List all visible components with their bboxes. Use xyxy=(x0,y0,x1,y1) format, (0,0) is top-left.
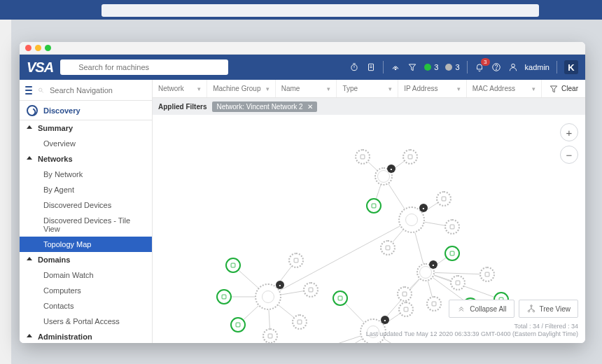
topology-hub[interactable]: • xyxy=(374,167,393,186)
menu-icon[interactable] xyxy=(25,86,32,94)
collapse-all-button[interactable]: Collapse All xyxy=(449,300,514,318)
nav-item[interactable]: By Network xyxy=(20,167,152,182)
nav-item[interactable]: Domain Watch xyxy=(20,267,152,283)
nav-item[interactable]: Discovered Devices - Tile View xyxy=(20,213,152,237)
nav-section[interactable]: Administration xyxy=(20,329,152,343)
topology-hub[interactable]: • xyxy=(255,284,281,310)
topology-node[interactable] xyxy=(444,246,460,261)
sidebar: Discovery SummaryOverviewNetworksBy Netw… xyxy=(20,80,153,343)
svg-rect-65 xyxy=(456,281,460,285)
topology-node[interactable] xyxy=(230,317,246,332)
topology-hub[interactable]: • xyxy=(398,206,425,233)
sidebar-search-input[interactable] xyxy=(50,86,146,94)
svg-rect-62 xyxy=(404,307,408,312)
svg-rect-50 xyxy=(231,263,235,267)
topology-node[interactable] xyxy=(332,290,348,306)
maximize-dot[interactable] xyxy=(45,45,51,51)
applied-filters-label: Applied Filters xyxy=(158,103,206,111)
nav-item[interactable]: Contacts xyxy=(20,298,152,314)
collapse-icon xyxy=(456,304,466,314)
brand-badge[interactable]: K xyxy=(564,60,578,74)
global-search-input[interactable] xyxy=(78,63,224,71)
svg-rect-47 xyxy=(442,197,446,201)
global-search[interactable] xyxy=(60,59,228,75)
topology-node[interactable] xyxy=(444,219,460,234)
nav-item[interactable]: By Agent xyxy=(20,182,152,197)
tree-view-button[interactable]: Tree View xyxy=(519,300,578,318)
topology-node[interactable] xyxy=(398,302,414,317)
nav-section[interactable]: Domains xyxy=(20,252,152,267)
sidebar-nav: SummaryOverviewNetworksBy NetworkBy Agen… xyxy=(20,120,152,343)
nav-section[interactable]: Networks xyxy=(20,151,152,167)
app-header: VSA 3 3 3 kadmin K xyxy=(20,55,585,80)
filter-column[interactable]: IP Address▾ xyxy=(398,80,467,97)
signal-icon[interactable] xyxy=(391,62,400,72)
topology-hub[interactable]: • xyxy=(416,263,435,281)
topology-node[interactable] xyxy=(288,253,304,268)
svg-rect-45 xyxy=(408,155,412,159)
topology-node[interactable] xyxy=(479,267,495,282)
topology-canvas[interactable]: ••••• + − Collapse All Tree View xyxy=(153,115,585,343)
notifications-icon[interactable]: 3 xyxy=(475,62,484,72)
nav-item[interactable]: Discovered Devices xyxy=(20,197,152,213)
svg-rect-68 xyxy=(485,272,489,276)
close-dot[interactable] xyxy=(25,45,31,51)
nav-item[interactable]: Topology Map xyxy=(20,237,152,252)
canvas-footer: Total : 34 / Filtered : 34 Last updated … xyxy=(366,323,578,339)
topology-node[interactable] xyxy=(402,149,418,164)
topology-node[interactable] xyxy=(225,258,241,273)
help-icon[interactable] xyxy=(491,62,501,72)
svg-rect-56 xyxy=(222,295,226,299)
topology-node[interactable] xyxy=(436,191,451,206)
user-name[interactable]: kadmin xyxy=(525,63,550,71)
svg-rect-46 xyxy=(372,204,376,208)
filter-bar: Network▾Machine Group▾Name▾Type▾IP Addre… xyxy=(153,80,585,98)
status-offline[interactable]: 3 xyxy=(445,63,459,71)
svg-rect-44 xyxy=(360,155,365,159)
topology-node[interactable] xyxy=(450,275,465,290)
topology-node[interactable] xyxy=(216,289,232,304)
svg-point-0 xyxy=(66,64,71,69)
topology-node[interactable] xyxy=(366,198,382,214)
filter-column[interactable]: Type▾ xyxy=(337,80,398,97)
sidebar-search[interactable] xyxy=(20,80,152,101)
svg-point-8 xyxy=(395,69,396,70)
nav-item[interactable]: Users & Portal Access xyxy=(20,314,152,329)
stopwatch-icon[interactable] xyxy=(349,62,359,72)
nav-item[interactable]: Computers xyxy=(20,283,152,298)
svg-rect-49 xyxy=(386,246,390,250)
nav-item[interactable]: Overview xyxy=(20,136,152,151)
svg-point-11 xyxy=(511,64,514,67)
module-header[interactable]: Discovery xyxy=(20,101,152,120)
svg-line-1 xyxy=(71,69,74,71)
filter-funnel-icon[interactable] xyxy=(407,62,417,72)
svg-rect-53 xyxy=(298,320,302,324)
zoom-out-button[interactable]: − xyxy=(560,146,578,164)
filter-column[interactable]: Network▾ xyxy=(153,80,207,97)
topology-node[interactable] xyxy=(355,149,370,164)
document-icon[interactable] xyxy=(366,62,376,72)
topology-node[interactable] xyxy=(380,240,396,255)
topology-node[interactable] xyxy=(292,314,307,330)
user-icon[interactable] xyxy=(508,62,518,72)
close-icon[interactable]: ✕ xyxy=(307,103,313,111)
nav-section[interactable]: Summary xyxy=(20,120,152,136)
filter-column[interactable]: Name▾ xyxy=(276,80,337,97)
topology-node[interactable] xyxy=(303,282,318,298)
topology-node[interactable] xyxy=(262,328,278,343)
topology-node[interactable] xyxy=(426,296,442,312)
filter-column[interactable]: Machine Group▾ xyxy=(207,80,276,97)
svg-rect-58 xyxy=(338,296,342,300)
zoom-in-button[interactable]: + xyxy=(560,123,578,141)
topology-node[interactable] xyxy=(397,286,412,302)
minimize-dot[interactable] xyxy=(35,45,41,51)
svg-rect-64 xyxy=(450,251,454,255)
mac-titlebar xyxy=(20,42,585,55)
tree-icon xyxy=(526,304,536,314)
status-online[interactable]: 3 xyxy=(424,63,438,71)
clear-filters-button[interactable]: Clear xyxy=(542,80,585,97)
filter-column[interactable]: MAC Address▾ xyxy=(467,80,542,97)
svg-point-70 xyxy=(530,305,531,307)
filter-chip[interactable]: Network: Vincent Network 2 ✕ xyxy=(212,102,316,112)
svg-line-42 xyxy=(426,272,487,274)
